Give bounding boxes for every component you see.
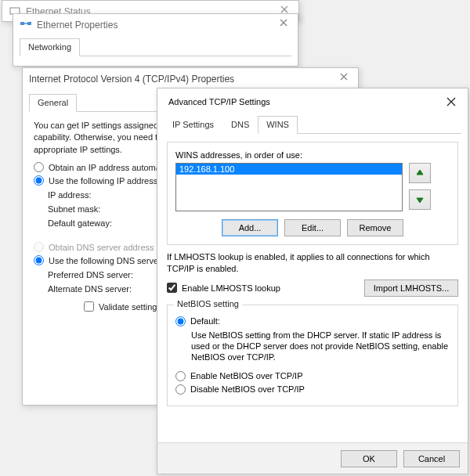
radio-netbios-disable[interactable]: Disable NetBIOS over TCP/IP [175, 384, 450, 395]
tab-networking[interactable]: Networking [20, 38, 80, 56]
checkbox-enable-lmhosts[interactable] [167, 283, 177, 293]
radio-use-ip-label: Use the following IP address: [49, 176, 160, 186]
dialog-button-bar: OK Cancel [157, 442, 468, 474]
remove-button[interactable]: Remove [347, 219, 403, 236]
wins-addresses-label: WINS addresses, in order of use: [175, 150, 450, 160]
tab-wins[interactable]: WINS [258, 116, 298, 134]
ethernet-properties-title: Ethernet Properties [37, 20, 276, 31]
advanced-tcpip-title: Advanced TCP/IP Settings [168, 97, 444, 106]
close-icon[interactable] [444, 95, 458, 109]
cancel-button[interactable]: Cancel [403, 450, 460, 467]
import-lmhosts-button[interactable]: Import LMHOSTS... [364, 279, 458, 297]
wins-address-item[interactable]: 192.168.1.100 [176, 164, 402, 175]
window-ethernet-properties: Ethernet Properties Networking [13, 13, 298, 67]
close-icon[interactable] [336, 73, 352, 85]
network-icon [20, 19, 32, 31]
move-up-button[interactable] [409, 163, 431, 183]
move-down-button[interactable] [409, 189, 431, 210]
window-advanced-tcpip: Advanced TCP/IP Settings IP Settings DNS… [157, 88, 468, 474]
radio-netbios-default-label: Default: [190, 316, 220, 326]
radio-netbios-default[interactable]: Default: [175, 316, 450, 326]
wins-address-listbox[interactable]: 192.168.1.100 [175, 163, 403, 211]
svg-rect-3 [27, 22, 31, 25]
checkbox-enable-lmhosts-label: Enable LMHOSTS lookup [182, 283, 364, 293]
close-icon[interactable] [276, 19, 291, 31]
ipv4-properties-title: Internet Protocol Version 4 (TCP/IPv4) P… [29, 74, 336, 85]
edit-button[interactable]: Edit... [284, 219, 341, 236]
lmhosts-info-text: If LMHOSTS lookup is enabled, it applies… [167, 251, 458, 275]
svg-rect-2 [20, 22, 24, 25]
add-button[interactable]: Add... [222, 219, 278, 236]
tab-dns[interactable]: DNS [222, 116, 258, 134]
radio-netbios-enable[interactable]: Enable NetBIOS over TCP/IP [175, 371, 450, 381]
tab-general[interactable]: General [29, 94, 77, 112]
radio-netbios-enable-label: Enable NetBIOS over TCP/IP [190, 371, 302, 380]
radio-netbios-disable-label: Disable NetBIOS over TCP/IP [190, 384, 305, 394]
tab-ip-settings[interactable]: IP Settings [164, 116, 222, 134]
netbios-legend: NetBIOS setting [174, 299, 242, 308]
ok-button[interactable]: OK [341, 450, 397, 467]
netbios-default-desc: Use NetBIOS setting from the DHCP server… [191, 330, 450, 363]
